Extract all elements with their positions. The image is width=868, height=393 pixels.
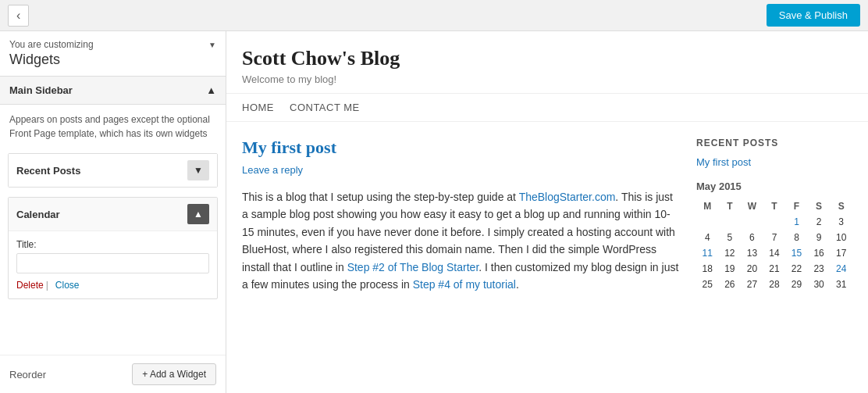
recent-posts-label: Recent Posts [16,165,80,177]
calendar-label: Calendar [16,209,60,220]
sidebar-description: Appears on posts and pages except the op… [0,105,226,148]
calendar-widget-header[interactable]: Calendar ▲ [9,198,217,230]
step4-link[interactable]: Step #4 of my tutorial [413,278,516,291]
calendar-delete-link[interactable]: Delete [16,280,44,291]
calendar-cell: 31 [830,277,852,292]
dropdown-arrow-icon[interactable]: ▼ [208,41,216,49]
calendar-cell: 19 [719,261,742,277]
calendar-month-title: May 2015 [696,180,852,192]
blog-main: My first post Leave a reply This is a bl… [242,138,681,377]
calendar-cell: 22 [785,261,808,277]
main-sidebar-header: Main Sidebar ▲ [0,76,226,105]
calendar-cell: 27 [741,277,763,292]
blog-tagline: Welcome to my blog! [242,73,852,85]
blog-content-area: My first post Leave a reply This is a bl… [226,122,868,393]
calendar-cell: 16 [808,245,831,261]
main-layout: You are customizing ▼ Widgets Main Sideb… [0,31,868,393]
blog-title: Scott Chow's Blog [242,47,852,70]
calendar-cell [719,214,742,230]
cal-th-t: T [719,198,742,214]
bottom-actions: Reorder + Add a Widget [0,355,226,393]
calendar-cell: 23 [808,261,831,277]
calendar-cell: 14 [763,245,786,261]
recent-posts-widget: Recent Posts ▼ [8,153,218,188]
step2-link[interactable]: Step #2 of The Blog Starter [347,261,479,273]
calendar-widget: Calendar ▲ Title: Delete | Close [8,197,218,299]
calendar-cell: 10 [830,230,852,245]
sidebar-recent-post-link[interactable]: My first post [696,156,852,168]
calendar-cell: 13 [741,245,763,261]
reorder-button[interactable]: Reorder [9,369,46,380]
blog-nav: HOME CONTACT ME [226,94,868,122]
widgets-title: Widgets [0,52,226,76]
calendar-cell [696,214,719,230]
nav-contact[interactable]: CONTACT ME [290,102,360,113]
blog-starter-link[interactable]: TheBlogStarter.com [519,191,616,203]
sidebar-recent-posts-label: RECENT POSTS [696,138,852,148]
calendar-cell: 4 [696,230,719,245]
cal-th-s2: S [830,198,852,214]
calendar-cell: 20 [741,261,763,277]
calendar-toggle-button[interactable]: ▲ [187,204,209,224]
calendar-cell: 28 [763,277,786,292]
post-reply-link[interactable]: Leave a reply [242,164,303,176]
recent-posts-widget-header[interactable]: Recent Posts ▼ [9,154,217,187]
cal-th-s: S [808,198,831,214]
calendar-cell [741,214,763,230]
calendar-title-label: Title: [16,239,209,250]
calendar-cell: 29 [785,277,808,292]
calendar-cell[interactable]: 15 [785,245,808,261]
calendar-cell: 17 [830,245,852,261]
add-widget-button[interactable]: + Add a Widget [132,363,216,385]
calendar-cell: 3 [830,214,852,230]
calendar-widget-body: Title: Delete | Close [9,230,217,298]
main-sidebar-label: Main Sidebar [9,84,73,96]
post-title: My first post [242,138,681,158]
cal-th-w: W [741,198,763,214]
post-body: This is a blog that I setup using the st… [242,188,681,293]
calendar-cell: 25 [696,277,719,292]
blog-sidebar: RECENT POSTS My first post May 2015 M T … [696,138,852,377]
save-publish-button[interactable]: Save & Publish [767,4,860,27]
calendar-title-input[interactable] [16,253,209,273]
left-panel: You are customizing ▼ Widgets Main Sideb… [0,31,226,393]
calendar-widget-actions: Delete | Close [16,280,209,291]
top-bar: ‹ Save & Publish [0,0,868,31]
calendar-cell: 7 [763,230,786,245]
calendar-cell [763,214,786,230]
calendar-cell: 30 [808,277,831,292]
calendar-cell[interactable]: 11 [696,245,719,261]
recent-posts-toggle-button[interactable]: ▼ [187,160,209,180]
calendar-cell: 18 [696,261,719,277]
calendar-cell: 2 [808,214,831,230]
calendar-cell: 21 [763,261,786,277]
cal-th-t2: T [763,198,786,214]
calendar-cell: 26 [719,277,742,292]
nav-home[interactable]: HOME [242,102,274,113]
cal-th-m: M [696,198,719,214]
calendar-cell[interactable]: 1 [785,214,808,230]
cal-th-f: F [785,198,808,214]
back-button[interactable]: ‹ [8,5,29,27]
calendar-cell: 9 [808,230,831,245]
blog-preview: Scott Chow's Blog Welcome to my blog! HO… [226,31,868,393]
calendar-cell: 6 [741,230,763,245]
calendar-cell[interactable]: 24 [830,261,852,277]
customizing-label: You are customizing ▼ [0,31,226,52]
calendar-cell: 8 [785,230,808,245]
calendar-cell: 12 [719,245,742,261]
calendar-cell: 5 [719,230,742,245]
calendar-close-link[interactable]: Close [55,280,80,291]
blog-header: Scott Chow's Blog Welcome to my blog! [226,31,868,94]
calendar-table: M T W T F S S 12345678910111213141516171… [696,198,852,292]
collapse-sidebar-icon[interactable]: ▲ [206,84,216,96]
